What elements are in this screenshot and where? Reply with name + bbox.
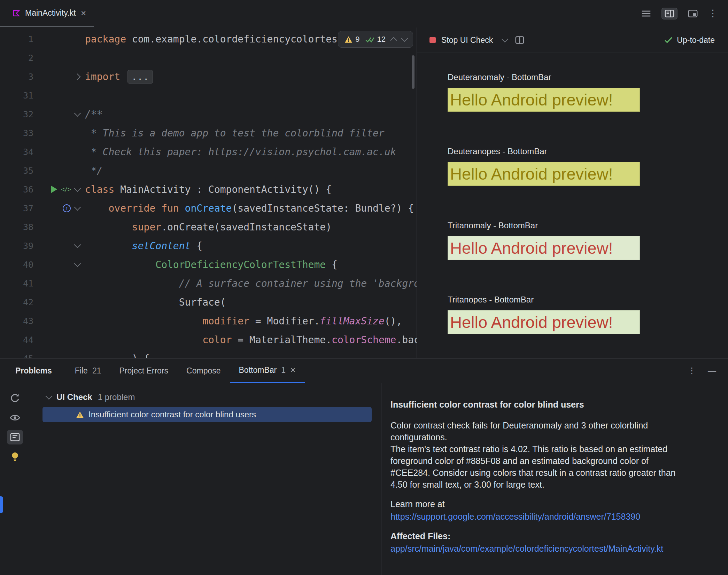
code-text[interactable]: * This is a demo app to test the colorbl… [85,127,385,139]
preview-item: Deuteranopes - BottomBarHello Android pr… [448,147,728,186]
status-area: Up-to-date [664,36,715,45]
preview-config-label: Deuteranopes - BottomBar [448,147,728,156]
problems-tab-bar: Problems File21Project ErrorsComposeBott… [0,359,728,383]
code-line: 44 color = MaterialTheme.colorScheme.bac… [0,330,417,349]
code-text[interactable]: */ [85,165,103,176]
fold-collapsed-icon[interactable] [74,73,81,80]
previous-problem-icon[interactable] [390,37,397,44]
code-token: override fun [108,203,185,214]
code-text[interactable]: modifier = Modifier.fillMaxSize(), [85,315,402,327]
close-tab-icon[interactable]: ✕ [80,9,86,17]
line-number: 45 [0,354,33,359]
fold-expanded-icon[interactable] [74,241,81,248]
more-options-icon[interactable]: ⋮ [708,9,718,18]
code-token: ) { [85,353,149,359]
menu-icon[interactable] [641,10,651,17]
editor-tab-mainactivity[interactable]: MainActivity.kt ✕ [0,0,94,27]
preview-render[interactable]: Hello Android preview! [448,310,640,334]
code-text[interactable]: ColorDeficiencyColorTestTheme { [85,259,338,270]
fold-expanded-icon[interactable] [74,204,81,211]
code-token: { [326,259,338,270]
double-check-icon [365,36,374,43]
code-token: modifier [202,315,249,327]
tab-file[interactable]: File21 [66,359,110,383]
preview-config-label: Tritanomaly - BottomBar [448,221,728,230]
editor-scrollbar[interactable] [412,55,415,89]
code-token [85,203,108,214]
code-text[interactable]: color = MaterialTheme.colorScheme.backgr… [85,334,417,346]
code-line: 41 // A surface container using the 'bac… [0,274,417,293]
chevron-down-icon[interactable] [502,36,509,42]
details-view-icon[interactable] [661,8,677,19]
line-number: 3 [0,72,33,82]
fold-expanded-icon[interactable] [74,260,81,267]
tab-bottombar[interactable]: BottomBar1✕ [230,359,305,383]
refresh-icon[interactable] [7,391,23,405]
override-icon[interactable]: ↑ [63,204,71,212]
line-number: 35 [0,166,33,176]
code-token: Surface( [85,297,226,308]
line-number: 37 [0,203,33,213]
stop-icon[interactable] [429,37,436,43]
preview-render[interactable]: Hello Android preview! [448,162,640,186]
code-token: .background [396,334,417,346]
code-editor[interactable]: 1package com.example.colordeficiencycolo… [0,27,417,358]
run-icon[interactable] [51,186,57,193]
tab-compose[interactable]: Compose [177,359,230,383]
ui-check-group-row[interactable]: UI Check 1 problem [30,390,381,404]
learn-more-label: Learn more at [390,498,707,510]
hide-tool-window-icon[interactable]: — [708,366,715,376]
code-text[interactable]: * Check this paper: https://vision.psych… [85,146,396,158]
eye-icon[interactable] [7,410,23,425]
warning-icon [76,411,84,418]
preview-render[interactable]: Hello Android preview! [448,236,640,260]
code-text[interactable]: setContent { [85,240,202,252]
tool-more-options-icon[interactable]: ⋮ [688,366,696,376]
chevron-down-icon[interactable] [46,393,53,400]
learn-more-link[interactable]: https://support.google.com/accessibility… [390,511,707,522]
code-token [85,259,155,270]
warnings-group[interactable]: 9 [344,35,359,44]
code-token: /** [85,109,103,120]
code-text[interactable]: override fun onCreate(savedInstanceState… [85,203,414,214]
code-text[interactable]: import ... [85,71,153,82]
code-text[interactable]: ) { [85,353,149,359]
editor-tab-title: MainActivity.kt [25,8,76,18]
next-problem-icon[interactable] [401,35,408,42]
code-line: 32/** [0,105,417,124]
code-token: com.example.colordeficiencycolortest [132,33,343,45]
compose-preview-icon[interactable]: </> [61,186,71,193]
code-text[interactable]: super.onCreate(savedInstanceState) [85,221,332,233]
code-token: class [85,184,120,195]
code-text[interactable]: class MainActivity : ComponentActivity()… [85,184,332,195]
preview-item: Tritanomaly - BottomBarHello Android pre… [448,221,728,260]
code-token: package [85,33,132,45]
fold-expanded-icon[interactable] [74,110,81,117]
code-token: import [85,71,126,82]
code-line: 3import ... [0,67,417,86]
code-text[interactable]: // A surface container using the 'backgr… [85,278,417,289]
preview-render[interactable]: Hello Android preview! [448,88,640,112]
open-details-view-icon[interactable] [7,430,23,444]
gutter: ↑ [33,204,85,212]
preview-list: Deuteranomaly - BottomBarHello Android p… [417,53,728,369]
code-line: 38 super.onCreate(savedInstanceState) [0,218,417,236]
problems-content: UI Check 1 problem Insufficient color co… [0,383,728,575]
tab-project-errors[interactable]: Project Errors [110,359,177,383]
close-tab-icon[interactable]: ✕ [290,366,296,374]
fold-expanded-icon[interactable] [74,185,81,192]
affected-file-link[interactable]: app/src/main/java/com/example/colordefic… [390,543,707,554]
passed-group[interactable]: 12 [365,35,386,44]
inspection-widget: 9 12 [338,31,413,48]
stop-ui-check-button[interactable]: Stop UI Check [441,36,493,45]
problem-row-selected[interactable]: Insufficient color contrast for color bl… [42,407,372,422]
quickfix-lightbulb-icon[interactable] [7,449,23,464]
code-token: .onCreate(savedInstanceState) [161,221,332,233]
code-text[interactable]: /** [85,109,103,120]
code-text[interactable]: Surface( [85,297,226,308]
code-text[interactable]: package com.example.colordeficiencycolor… [85,33,343,45]
layout-split-icon[interactable] [515,36,524,44]
code-lines: 1package com.example.colordeficiencycolo… [0,27,417,358]
tool-window-title[interactable]: Problems [15,366,52,376]
float-window-icon[interactable] [688,9,698,18]
